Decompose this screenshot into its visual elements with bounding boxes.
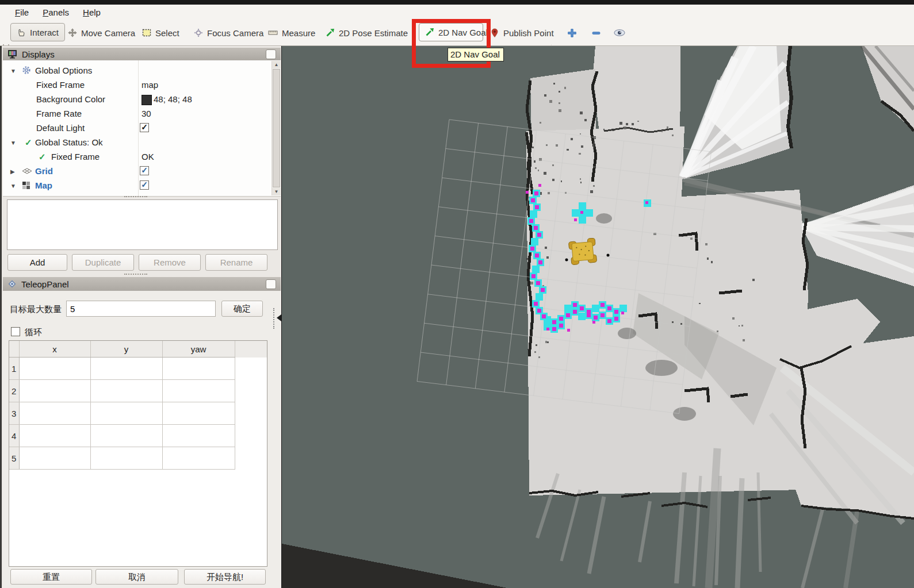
goal-cell-x[interactable]: [19, 402, 90, 425]
goal-cell-y[interactable]: [90, 402, 162, 425]
row-number[interactable]: 1: [9, 358, 19, 380]
ruler-icon: [268, 28, 278, 37]
dock-splitter[interactable]: [273, 308, 275, 329]
goal-cell-yaw[interactable]: [162, 447, 235, 470]
checkbox-checked[interactable]: ✓: [140, 123, 149, 132]
goal-table-row: 2: [9, 380, 267, 402]
goal-cell-yaw[interactable]: [162, 402, 235, 425]
tree-row-map[interactable]: ▼ Map ✓: [3, 179, 258, 193]
select-tool-button[interactable]: Select: [142, 20, 179, 45]
expand-arrow-icon[interactable]: ▶: [10, 168, 15, 175]
remove-tool-button[interactable]: [591, 20, 601, 45]
teleop-panel-body: 目标最大数量 确定 循环 x y yaw 1 2: [3, 291, 281, 588]
column-header-x[interactable]: x: [19, 341, 90, 358]
collapse-arrow-icon[interactable]: ▼: [10, 140, 16, 146]
move-camera-tool-label: Move Camera: [81, 28, 135, 38]
crosshair-icon: [194, 28, 203, 37]
color-swatch[interactable]: [142, 95, 152, 105]
loop-checkbox-unchecked[interactable]: [11, 327, 20, 336]
monitor-icon: [7, 49, 17, 59]
tree-value[interactable]: map: [142, 80, 158, 90]
add-button[interactable]: Add: [7, 254, 67, 271]
move-camera-tool-button[interactable]: Move Camera: [68, 20, 135, 45]
goal-cell-y[interactable]: [90, 380, 162, 402]
pose-estimate-tool-button[interactable]: 2D Pose Estimate: [326, 20, 408, 45]
tree-label: Background Color: [36, 94, 105, 104]
checkbox-checked[interactable]: ✓: [140, 166, 149, 175]
menu-help[interactable]: Help: [77, 6, 106, 18]
goal-cell-y[interactable]: [90, 425, 162, 447]
menu-file[interactable]: File: [9, 6, 35, 18]
tree-value[interactable]: 48; 48; 48: [154, 94, 192, 104]
status-ok-check-icon: ✓: [28, 195, 36, 197]
column-header-yaw[interactable]: yaw: [162, 341, 235, 358]
collapse-arrow-icon[interactable]: ▼: [10, 183, 16, 189]
teleop-float-button[interactable]: [266, 279, 276, 289]
grid-display-icon: [22, 168, 32, 174]
dock-collapse-arrow-icon[interactable]: [277, 314, 281, 321]
goal-cell-x[interactable]: [19, 447, 90, 470]
reset-button[interactable]: 重置: [10, 569, 92, 585]
goal-cell-yaw[interactable]: [162, 425, 235, 447]
row-number[interactable]: 4: [9, 425, 19, 447]
column-header-y[interactable]: y: [90, 341, 162, 358]
scroll-down-arrow-icon[interactable]: ▼: [272, 188, 281, 195]
collapse-arrow-icon[interactable]: ▼: [10, 68, 16, 74]
confirm-button[interactable]: 确定: [221, 301, 263, 317]
tree-label: Fixed Frame: [51, 152, 100, 162]
goal-cell-y[interactable]: [90, 447, 162, 470]
goal-cell-y[interactable]: [90, 358, 162, 380]
selection-box-icon: [142, 29, 151, 37]
measure-tool-label: Measure: [282, 28, 315, 38]
tree-scrollbar[interactable]: ▲ ▼: [271, 61, 281, 195]
tree-label: Default Light: [36, 123, 85, 133]
displays-tree: ▼ Global Options Fixed Frame map Backgro…: [3, 60, 281, 197]
tree-row-global-options[interactable]: ▼ Global Options: [3, 64, 258, 78]
tree-label: Global Options: [35, 66, 92, 75]
render-viewport[interactable]: [282, 46, 914, 588]
status-ok-check-icon: ✓: [39, 152, 46, 162]
displays-float-button[interactable]: [266, 49, 276, 59]
row-number[interactable]: 3: [9, 402, 19, 425]
nav-goal-tooltip: 2D Nav Goal: [448, 48, 504, 62]
checkbox-checked[interactable]: ✓: [140, 180, 149, 190]
start-navigation-button[interactable]: 开始导航!: [184, 569, 266, 585]
displays-panel-header[interactable]: Displays: [3, 48, 281, 60]
goal-cell-x[interactable]: [19, 380, 90, 402]
scroll-up-arrow-icon[interactable]: ▲: [272, 61, 281, 68]
green-arrow-icon: [326, 28, 335, 37]
left-dock: Displays ▼ Global Options Fixed Frame ma…: [0, 46, 281, 588]
teleop-panel-header[interactable]: TeleopPanel: [3, 277, 281, 291]
pose-estimate-tool-label: 2D Pose Estimate: [339, 28, 408, 38]
tree-row-global-status[interactable]: ▼ ✓ Global Status: Ok: [3, 136, 258, 150]
tree-value: OK: [142, 152, 154, 162]
tree-row-fixed-frame[interactable]: Fixed Frame map: [3, 78, 258, 93]
scrollbar-thumb[interactable]: [273, 69, 280, 187]
goal-cell-x[interactable]: [19, 358, 90, 380]
tree-row-fixed-frame-status[interactable]: ✓ Fixed Frame OK: [3, 150, 258, 164]
tree-row-background-color[interactable]: Background Color 48; 48; 48: [3, 93, 258, 107]
row-number[interactable]: 2: [9, 380, 19, 402]
goal-cell-yaw[interactable]: [162, 358, 235, 380]
tree-row-frame-rate[interactable]: Frame Rate 30: [3, 107, 258, 121]
tree-value[interactable]: 30: [142, 109, 151, 118]
tree-label: Map: [35, 180, 52, 190]
cancel-button[interactable]: 取消: [95, 569, 178, 585]
interact-tool-label: Interact: [30, 28, 59, 37]
menu-panels[interactable]: Panels: [37, 6, 75, 18]
diamond-icon: [7, 279, 17, 289]
publish-point-tool-button[interactable]: Publish Point: [490, 20, 554, 45]
interact-tool-button[interactable]: Interact: [10, 23, 65, 41]
max-goal-label: 目标最大数量: [10, 304, 62, 315]
measure-tool-button[interactable]: Measure: [268, 20, 315, 45]
add-tool-button[interactable]: [567, 20, 577, 45]
visibility-tool-button[interactable]: [613, 20, 626, 45]
row-number[interactable]: 5: [9, 447, 19, 470]
focus-camera-tool-button[interactable]: Focus Camera: [194, 20, 263, 45]
max-goal-input[interactable]: [66, 301, 216, 317]
tree-label: Global Status: Ok: [35, 137, 103, 147]
goal-cell-yaw[interactable]: [162, 380, 235, 402]
tree-row-default-light[interactable]: Default Light ✓: [3, 121, 258, 136]
tree-row-grid[interactable]: ▶ Grid ✓: [3, 164, 258, 179]
goal-cell-x[interactable]: [19, 425, 90, 447]
